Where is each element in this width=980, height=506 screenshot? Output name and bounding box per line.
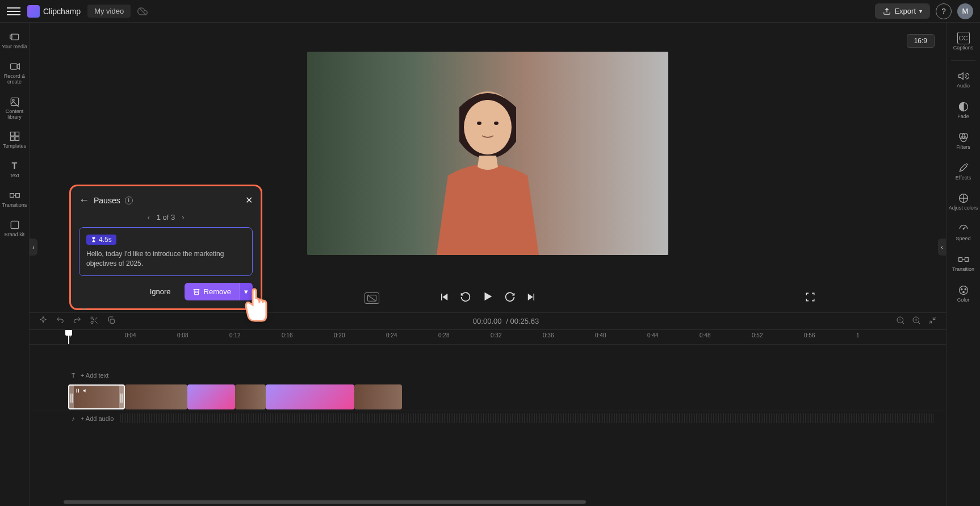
sidebar-item-text[interactable]: T Text	[0, 156, 29, 182]
svg-rect-30	[110, 319, 114, 323]
zoom-fit-button[interactable]	[928, 316, 937, 327]
rewind-button[interactable]	[460, 291, 471, 306]
playhead[interactable]	[68, 330, 69, 344]
video-track[interactable]: ‖ ‖	[30, 383, 946, 411]
chevron-down-icon: ▾	[919, 8, 922, 14]
video-clip-3[interactable]	[235, 384, 266, 409]
close-panel-button[interactable]: ✕	[245, 195, 253, 206]
remove-button[interactable]: Remove	[185, 283, 239, 300]
svg-line-39	[929, 321, 932, 324]
svg-line-29	[93, 319, 94, 320]
svg-line-0	[139, 8, 146, 15]
svg-point-54	[962, 291, 964, 293]
sidebar-item-filters[interactable]: Filters	[947, 127, 980, 155]
fullscreen-button[interactable]	[805, 292, 815, 305]
sidebar-item-label: Filters	[956, 145, 970, 150]
add-audio-label: + Add audio	[81, 415, 114, 422]
magic-tool-icon[interactable]	[39, 316, 48, 327]
sidebar-item-captions[interactable]: CC Captions	[947, 27, 980, 56]
hamburger-menu[interactable]	[7, 5, 20, 18]
sidebar-item-label: Transition	[952, 267, 974, 273]
clip-handle-right[interactable]: ‖	[119, 386, 124, 408]
pause-card[interactable]: 4.5s Hello, today I'd like to introduce …	[79, 227, 253, 276]
skip-back-button[interactable]	[439, 292, 450, 305]
video-clip-1[interactable]: ‖ ‖	[68, 384, 125, 409]
sidebar-item-templates[interactable]: Templates	[0, 127, 29, 153]
timeline-ruler[interactable]: 0 0:04 0:08 0:12 0:16 0:20 0:24 0:28 0:3…	[30, 330, 946, 345]
total-time: 00:25.63	[510, 317, 539, 325]
sidebar-item-effects[interactable]: Effects	[947, 157, 980, 186]
sidebar-item-audio[interactable]: Audio	[947, 65, 980, 94]
copy-button[interactable]	[107, 316, 116, 327]
ignore-button[interactable]: Ignore	[141, 283, 180, 300]
clipchamp-logo-icon	[27, 5, 40, 18]
aspect-ratio-selector[interactable]: 16:9	[907, 34, 935, 48]
hourglass-icon	[91, 237, 97, 242]
sidebar-item-your-media[interactable]: Your media	[0, 27, 29, 53]
cloud-sync-icon[interactable]	[137, 6, 148, 16]
zoom-out-button[interactable]	[896, 316, 905, 327]
captions-toggle[interactable]	[365, 292, 379, 304]
sidebar-item-transition[interactable]: Transition	[947, 249, 980, 277]
export-button[interactable]: Export ▾	[875, 3, 930, 19]
sidebar-item-adjust-colors[interactable]: Adjust colors	[947, 187, 980, 216]
help-button[interactable]: ?	[936, 3, 952, 19]
forward-button[interactable]	[504, 291, 516, 306]
info-icon[interactable]: i	[125, 196, 133, 204]
clip-handle-left[interactable]: ‖	[69, 386, 74, 408]
user-avatar[interactable]: M	[957, 3, 973, 19]
ruler-tick: 0:32	[491, 332, 501, 338]
svg-point-6	[12, 99, 14, 101]
collapse-right-panel[interactable]: ‹	[938, 239, 946, 256]
undo-button[interactable]	[56, 316, 65, 327]
ruler-tick: 0:28	[438, 332, 449, 338]
camera-icon	[9, 60, 21, 73]
sidebar-item-speed[interactable]: Speed	[947, 218, 980, 246]
pauses-panel: ← Pauses i ✕ ‹ 1 of 3 › 4.5s Hello, toda…	[69, 185, 262, 310]
pager-next[interactable]: ›	[182, 213, 184, 221]
svg-line-28	[95, 321, 98, 324]
pause-clip-1[interactable]	[187, 384, 235, 409]
svg-point-26	[91, 321, 93, 324]
video-preview[interactable]	[307, 52, 668, 255]
sidebar-item-transitions[interactable]: Transitions	[0, 186, 29, 212]
sidebar-item-label: Fade	[957, 114, 969, 120]
svg-line-35	[918, 322, 920, 324]
sidebar-item-record-create[interactable]: Record & create	[0, 57, 29, 89]
ruler-tick: 0:08	[177, 332, 188, 338]
ruler-tick: 0:52	[752, 332, 763, 338]
play-button[interactable]	[481, 290, 494, 306]
skip-forward-button[interactable]	[526, 292, 536, 305]
redo-button[interactable]	[73, 316, 82, 327]
adjust-icon	[957, 192, 970, 204]
pager-prev[interactable]: ‹	[147, 213, 149, 221]
project-name-field[interactable]: My video	[87, 5, 131, 18]
ruler-tick: 0:40	[595, 332, 606, 338]
text-track[interactable]: T + Add text	[30, 367, 946, 383]
zoom-in-button[interactable]	[912, 316, 921, 327]
sidebar-item-label: Captions	[953, 45, 974, 51]
pause-clip-2[interactable]	[266, 384, 354, 409]
video-clip-4[interactable]	[354, 384, 402, 409]
sidebar-item-color[interactable]: Color	[947, 279, 980, 308]
svg-point-52	[961, 288, 962, 290]
sidebar-item-brand-kit[interactable]: Brand kit	[0, 215, 29, 241]
svg-rect-50	[965, 258, 968, 262]
panel-back-button[interactable]: ←	[79, 194, 89, 206]
ruler-tick: 0:56	[804, 332, 815, 338]
app-logo[interactable]: Clipchamp	[27, 5, 81, 18]
timeline-scrollbar[interactable]	[64, 500, 586, 504]
svg-rect-40	[77, 389, 77, 393]
audio-track[interactable]: ♪ + Add audio	[30, 411, 946, 425]
sidebar-item-fade[interactable]: Fade	[947, 96, 980, 124]
preview-frame-content	[414, 73, 562, 255]
svg-line-19	[368, 295, 376, 302]
svg-rect-11	[10, 194, 14, 198]
sidebar-item-label: Speed	[956, 236, 970, 242]
split-button[interactable]	[90, 316, 99, 327]
sidebar-item-content-library[interactable]: Content library	[0, 92, 29, 124]
panel-collapse-chevron[interactable]: ⌄	[81, 303, 88, 312]
svg-rect-9	[10, 137, 14, 141]
video-clip-2[interactable]	[125, 384, 187, 409]
timeline[interactable]: 0 0:04 0:08 0:12 0:16 0:20 0:24 0:28 0:3…	[30, 329, 946, 506]
